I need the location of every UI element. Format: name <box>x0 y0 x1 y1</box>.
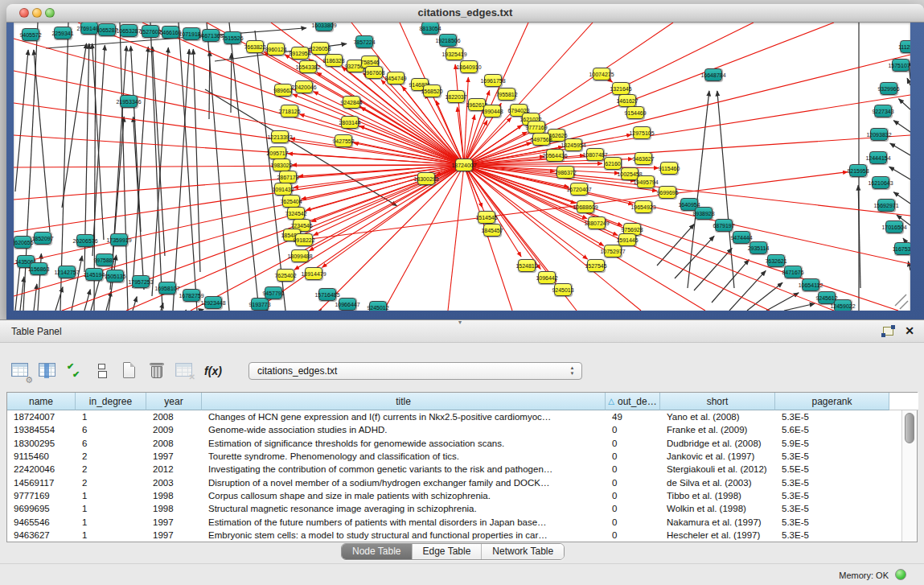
network-node[interactable]: 18724007 <box>455 159 473 171</box>
select-rows-icon[interactable]: ✔✔ <box>64 360 86 382</box>
network-node[interactable]: 9463627 <box>634 152 652 165</box>
network-node[interactable]: 16210643 <box>872 176 889 189</box>
table-settings-icon[interactable]: ⚙ <box>10 360 31 382</box>
network-node[interactable]: 1065287 <box>98 23 116 36</box>
network-node[interactable]: 16961758 <box>484 74 502 87</box>
network-node[interactable]: 8938928 <box>695 207 713 220</box>
table-row[interactable]: 1872400712008Changes of HCN gene express… <box>7 410 901 423</box>
network-node[interactable]: 9474444 <box>733 231 750 244</box>
network-node[interactable]: 1321645 <box>612 82 630 95</box>
network-node[interactable]: 9193773 <box>251 298 269 311</box>
table-row[interactable]: 1938455462009Genome-wide association stu… <box>7 423 901 436</box>
network-node[interactable]: 16648784 <box>704 68 722 81</box>
column-header-pagerank[interactable]: pagerank <box>775 393 889 410</box>
network-node[interactable]: 16782759 <box>183 289 200 302</box>
network-node[interactable]: 7663822 <box>246 40 264 53</box>
network-node[interactable]: 9918222 <box>295 233 313 246</box>
table-selector-combo[interactable]: citations_edges.txt ▲▼ <box>248 362 582 380</box>
network-node[interactable]: 9975887 <box>96 253 113 266</box>
memory-status-icon[interactable] <box>895 569 906 580</box>
column-header-name[interactable]: name <box>7 393 76 410</box>
network-node[interactable]: 7324542 <box>287 207 305 220</box>
network-node[interactable]: 8454749 <box>387 72 405 84</box>
network-node[interactable]: 7515526 <box>224 31 241 44</box>
network-node[interactable]: 10074275 <box>593 68 610 80</box>
network-node[interactable]: 20564436 <box>546 149 564 162</box>
network-node[interactable]: 10688609 <box>577 200 594 213</box>
network-node[interactable]: 2095717 <box>269 146 286 159</box>
network-node[interactable]: 1461627 <box>618 94 636 107</box>
network-node[interactable]: 2259341 <box>54 27 72 39</box>
network-node[interactable]: 18640910 <box>460 60 478 73</box>
network-node[interactable]: 15692971 <box>877 199 895 212</box>
column-header-year[interactable]: year <box>146 393 202 410</box>
network-node[interactable]: 10654112 <box>802 278 819 291</box>
network-node[interactable]: 1822037 <box>447 90 465 103</box>
network-node[interactable]: 18914479 <box>305 267 322 280</box>
zoom-window-icon[interactable] <box>45 8 55 18</box>
table-row[interactable]: 1830029562008Estimation of significance … <box>7 437 901 450</box>
network-node[interactable]: 19218506 <box>439 34 457 47</box>
network-node[interactable]: 1112584 <box>900 40 910 53</box>
network-node[interactable]: 9457791 <box>265 286 282 299</box>
network-node[interactable]: 1527602 <box>142 25 159 38</box>
network-node[interactable]: 19325419 <box>446 47 463 60</box>
network-node[interactable]: 17016504 <box>885 220 903 233</box>
network-node[interactable]: 7625402 <box>277 269 294 282</box>
network-node[interactable]: 9405572 <box>22 28 39 41</box>
network-node[interactable]: 16720407 <box>570 183 588 196</box>
network-node[interactable]: 12093832 <box>870 128 888 141</box>
network-node[interactable]: 9329966 <box>880 82 897 95</box>
network-node[interactable]: 2935114 <box>749 241 767 254</box>
network-node[interactable]: 17359919 <box>110 233 128 246</box>
network-node[interactable]: 9245012 <box>369 301 387 311</box>
network-node[interactable]: 12444154 <box>869 151 887 164</box>
network-node[interactable]: 9245013 <box>554 283 572 296</box>
network-node[interactable]: 22420046 <box>295 80 313 93</box>
canvas-resize-grip[interactable] <box>895 295 908 309</box>
network-node[interactable]: 12923448 <box>204 296 222 309</box>
network-node[interactable]: 9154469 <box>626 106 644 119</box>
network-node[interactable]: 7955812 <box>498 88 515 101</box>
network-node[interactable]: 1983022 <box>273 159 290 171</box>
network-node[interactable]: 7632621 <box>767 254 785 267</box>
network-node[interactable]: 1091432 <box>274 183 292 196</box>
panel-resize-handle[interactable]: ▾ <box>454 320 466 324</box>
network-node[interactable]: 1156863 <box>30 262 47 275</box>
column-header-short[interactable]: short <box>660 393 775 410</box>
tab-network-table[interactable]: Network Table <box>482 544 564 559</box>
network-node[interactable]: 2718126 <box>281 105 298 117</box>
network-node[interactable]: 1591445 <box>618 233 636 246</box>
network-node[interactable]: 1167533 <box>894 242 910 255</box>
network-node[interactable]: 9777169 <box>528 121 545 134</box>
minimize-window-icon[interactable] <box>32 8 42 18</box>
network-node[interactable]: 19654923 <box>634 200 652 213</box>
window-titlebar[interactable]: citations_edges.txt <box>6 4 924 23</box>
network-node[interactable]: 9699695 <box>659 186 676 199</box>
network-node[interactable]: 18245954 <box>565 138 582 151</box>
network-node[interactable]: 1524813 <box>518 259 536 272</box>
network-node[interactable]: 9227343 <box>874 105 892 117</box>
network-node[interactable]: 2867173 <box>279 171 297 183</box>
network-node[interactable]: 1527545 <box>587 259 605 272</box>
table-scrollbar[interactable] <box>901 410 917 542</box>
network-node[interactable]: 6879197 <box>715 219 733 232</box>
table-row[interactable]: 911546021997Tourette syndrome. Phenomeno… <box>7 450 901 463</box>
network-node[interactable]: 18300295 <box>417 172 435 185</box>
table-row[interactable]: 977716911998Corpus callosum shape and si… <box>7 489 901 502</box>
network-node[interactable]: 10752977 <box>604 245 622 257</box>
network-node[interactable]: 8186328 <box>325 54 343 67</box>
network-node[interactable]: 7986372 <box>556 166 574 179</box>
network-node[interactable]: 14671368 <box>202 29 220 42</box>
network-node[interactable]: 18807249 <box>588 216 606 229</box>
float-panel-icon[interactable] <box>883 327 893 336</box>
network-node[interactable]: 12459022 <box>834 299 852 311</box>
network-node[interactable]: 1568520 <box>423 84 441 97</box>
network-node[interactable]: 2803144 <box>341 116 359 129</box>
table-row[interactable]: 2242004622012Investigating the contribut… <box>7 463 901 476</box>
column-header-outde[interactable]: △out_de… <box>606 393 660 410</box>
close-panel-icon[interactable]: ✕ <box>905 324 914 337</box>
network-node[interactable]: 16033809 <box>315 23 333 31</box>
network-node[interactable]: 12213393 <box>271 130 289 143</box>
network-node[interactable]: 1145194 <box>85 268 103 281</box>
